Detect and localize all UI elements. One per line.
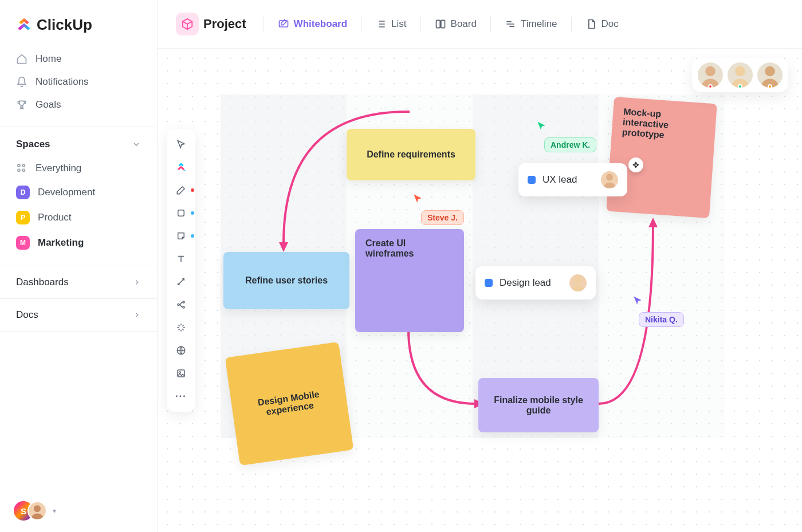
svg-point-23	[575, 277, 581, 284]
space-everything[interactable]: Everything	[10, 157, 147, 180]
space-badge-m: M	[16, 236, 30, 250]
caret-down-icon: ▾	[53, 507, 56, 515]
workspace-switcher[interactable]: S ▾	[0, 490, 157, 532]
svg-point-15	[183, 306, 184, 308]
view-list[interactable]: List	[369, 15, 412, 33]
presence-avatar[interactable]	[757, 62, 783, 88]
presence-avatar[interactable]	[728, 62, 753, 88]
pen-icon	[176, 185, 186, 195]
brand-logo[interactable]: ClickUp	[0, 0, 157, 45]
sidebar: ClickUp Home Notifications Goals Spaces	[0, 0, 158, 532]
view-doc-label: Doc	[602, 18, 619, 30]
nav-goals[interactable]: Goals	[10, 93, 147, 116]
board-icon	[435, 18, 446, 30]
doc-icon	[585, 18, 597, 30]
tool-shape[interactable]	[171, 203, 191, 223]
user-avatar	[27, 501, 47, 521]
project-icon[interactable]	[176, 13, 199, 36]
view-whiteboard[interactable]: Whiteboard	[272, 15, 353, 33]
note-define[interactable]: Define requirements	[347, 129, 475, 180]
view-board[interactable]: Board	[429, 15, 482, 33]
cursor-icon	[176, 139, 186, 149]
clickup-logo-icon	[16, 17, 32, 33]
tool-web[interactable]	[171, 341, 191, 360]
note-mobile[interactable]: Design Mobile experience	[225, 342, 353, 466]
tool-more[interactable]: ···	[171, 387, 191, 406]
tool-text[interactable]	[171, 249, 191, 269]
clickup-add-icon: +	[176, 162, 186, 172]
sidebar-docs[interactable]: Docs	[0, 298, 157, 332]
note-wireframes[interactable]: Create UI wireframes	[355, 229, 464, 332]
svg-point-18	[179, 372, 180, 373]
tool-image[interactable]	[171, 364, 191, 383]
space-marketing[interactable]: M Marketing	[10, 230, 147, 255]
view-list-label: List	[391, 18, 406, 30]
view-timeline[interactable]: Timeline	[499, 15, 563, 33]
presence-bar[interactable]	[692, 58, 788, 92]
remote-cursor-andrew	[536, 120, 547, 132]
task-design-lead[interactable]: Design lead	[475, 266, 596, 300]
home-icon	[16, 53, 27, 65]
svg-rect-17	[178, 370, 184, 377]
bell-icon	[16, 76, 27, 88]
space-badge-p: P	[16, 211, 30, 224]
chevron-right-icon	[133, 311, 141, 319]
nav-home[interactable]: Home	[10, 48, 147, 70]
whiteboard-icon	[278, 18, 289, 30]
tool-select[interactable]	[171, 135, 191, 154]
space-development-label: Development	[38, 187, 95, 198]
space-product-label: Product	[38, 212, 72, 223]
cursor-tag-andrew: Andrew K.	[544, 137, 596, 152]
spaces-list: Everything D Development P Product M Mar…	[0, 157, 157, 266]
note-finalize[interactable]: Finalize mobile style guide	[478, 378, 599, 432]
svg-point-0	[18, 164, 20, 167]
timeline-icon	[505, 18, 516, 30]
tool-connector[interactable]	[171, 272, 191, 291]
task-status-icon	[485, 279, 493, 287]
view-timeline-label: Timeline	[521, 18, 557, 30]
square-icon	[176, 208, 186, 218]
list-icon	[375, 18, 387, 30]
space-product[interactable]: P Product	[10, 205, 147, 230]
globe-icon	[176, 345, 186, 356]
note-mockup[interactable]: Mock-up interactive prototype	[606, 97, 717, 218]
sidebar-dashboards[interactable]: Dashboards	[0, 266, 157, 298]
tool-mindmap[interactable]	[171, 295, 191, 314]
spaces-header[interactable]: Spaces	[0, 127, 157, 157]
tool-clickup[interactable]: +	[171, 157, 191, 177]
task-avatar	[569, 274, 587, 291]
svg-point-2	[18, 169, 20, 171]
svg-point-9	[735, 66, 745, 77]
view-doc[interactable]: Doc	[580, 15, 624, 33]
view-whiteboard-label: Whiteboard	[294, 18, 348, 30]
nav-home-label: Home	[36, 53, 61, 65]
presence-avatar[interactable]	[698, 62, 723, 88]
tool-magic[interactable]	[171, 318, 191, 337]
whiteboard-canvas[interactable]: + ···	[158, 49, 802, 532]
note-refine[interactable]: Refine user stories	[223, 252, 349, 309]
svg-point-10	[765, 66, 775, 77]
space-badge-d: D	[16, 186, 30, 199]
mindmap-icon	[176, 300, 186, 310]
nav-notifications[interactable]: Notifications	[10, 70, 147, 93]
move-handle[interactable]: ✥	[628, 157, 643, 172]
cursor-tag-steve: Steve J.	[421, 210, 464, 225]
topbar: Project Whiteboard List Board Timeline	[158, 0, 802, 49]
ellipsis-icon: ···	[175, 391, 186, 401]
task-status-icon	[528, 176, 536, 184]
tool-pen[interactable]	[171, 180, 191, 200]
remote-cursor-nikita	[632, 295, 643, 306]
main: Project Whiteboard List Board Timeline	[158, 0, 802, 532]
task-design-lead-label: Design lead	[500, 277, 551, 289]
space-development[interactable]: D Development	[10, 180, 147, 205]
dashboards-label: Dashboards	[16, 277, 69, 288]
nav-notifications-label: Notifications	[36, 76, 89, 88]
image-icon	[176, 368, 186, 379]
svg-rect-12	[178, 210, 184, 216]
svg-point-22	[606, 174, 613, 181]
svg-point-3	[22, 169, 25, 171]
tool-sticky[interactable]	[171, 226, 191, 246]
project-title: Project	[203, 17, 246, 31]
task-ux-lead[interactable]: UX lead	[518, 163, 627, 196]
svg-rect-7	[441, 20, 445, 27]
